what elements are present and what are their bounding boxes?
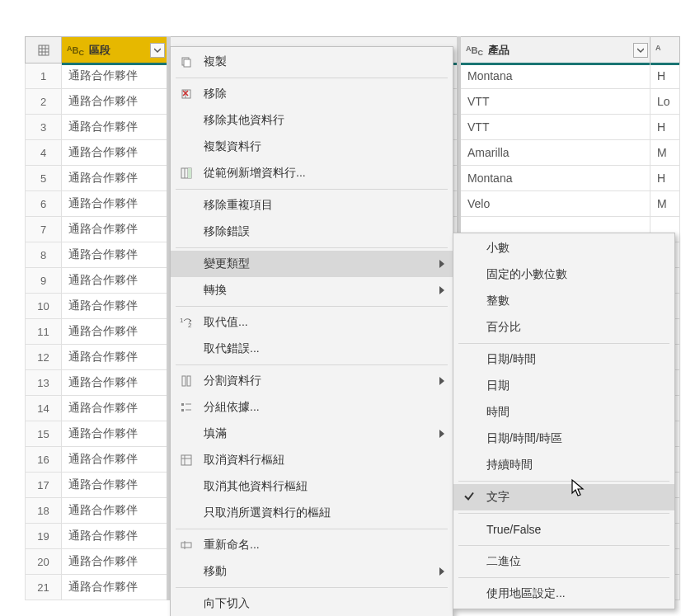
row-number[interactable]: 12 xyxy=(26,345,62,370)
menu-label: 小數 xyxy=(486,241,510,256)
cell-segment[interactable]: 通路合作夥伴 xyxy=(62,345,169,370)
row-number[interactable]: 18 xyxy=(26,498,62,524)
menu-unpivot[interactable]: 取消資料行樞紐 xyxy=(171,447,453,473)
column-header-product[interactable]: ABC 產品 xyxy=(459,37,650,63)
cell-segment[interactable]: 通路合作夥伴 xyxy=(62,524,169,549)
cell-segment[interactable]: 通路合作夥伴 xyxy=(62,294,169,319)
submenu-datetime-tz[interactable]: 日期/時間/時區 xyxy=(453,426,674,452)
column-header-next[interactable]: A xyxy=(650,37,680,63)
menu-unpivot-selected[interactable]: 只取消所選資料行的樞紐 xyxy=(171,500,453,526)
submenu-truefalse[interactable]: True/False xyxy=(453,516,674,543)
cell-segment[interactable]: 通路合作夥伴 xyxy=(62,498,169,524)
cell-segment[interactable]: 通路合作夥伴 xyxy=(62,447,169,473)
menu-replace-errors[interactable]: 取代錯誤... xyxy=(171,336,453,362)
cell-segment[interactable]: 通路合作夥伴 xyxy=(62,63,169,89)
menu-remove-errors[interactable]: 移除錯誤 xyxy=(171,219,453,245)
cell-segment[interactable]: 通路合作夥伴 xyxy=(62,166,169,191)
cell-segment[interactable]: 通路合作夥伴 xyxy=(62,89,169,115)
cell-segment[interactable]: 通路合作夥伴 xyxy=(62,217,169,242)
row-number[interactable]: 5 xyxy=(26,166,62,191)
corner-cell[interactable] xyxy=(26,37,62,63)
row-number[interactable]: 4 xyxy=(26,140,62,166)
cell-segment[interactable]: 通路合作夥伴 xyxy=(62,421,169,447)
cell-product[interactable]: Velo xyxy=(459,191,650,217)
menu-replace-values[interactable]: 12 取代值... xyxy=(171,309,453,336)
submenu-integer[interactable]: 整數 xyxy=(453,288,674,314)
cell-segment[interactable]: 通路合作夥伴 xyxy=(62,319,169,345)
menu-unpivot-other[interactable]: 取消其他資料行樞紐 xyxy=(171,473,453,500)
menu-fill[interactable]: 填滿 xyxy=(171,421,453,447)
menu-remove-duplicates[interactable]: 移除重複項目 xyxy=(171,192,453,219)
row-number[interactable]: 14 xyxy=(26,396,62,421)
cell-next[interactable]: H xyxy=(650,63,680,89)
submenu-datetime[interactable]: 日期/時間 xyxy=(453,346,674,373)
menu-transform[interactable]: 轉換 xyxy=(171,277,453,303)
cell-product[interactable]: Montana xyxy=(459,166,650,191)
submenu-time[interactable]: 時間 xyxy=(453,399,674,426)
submenu-percent[interactable]: 百分比 xyxy=(453,314,674,341)
row-number[interactable]: 13 xyxy=(26,370,62,396)
menu-move[interactable]: 移動 xyxy=(171,558,453,585)
row-number[interactable]: 6 xyxy=(26,191,62,217)
menu-duplicate-column[interactable]: 複製資料行 xyxy=(171,134,453,160)
cell-segment[interactable]: 通路合作夥伴 xyxy=(62,191,169,217)
row-number[interactable]: 17 xyxy=(26,473,62,498)
row-number[interactable]: 8 xyxy=(26,242,62,268)
cell-product[interactable]: Montana xyxy=(459,63,650,89)
svg-text:2: 2 xyxy=(188,322,192,328)
cell-next[interactable]: H xyxy=(650,115,680,140)
cell-product[interactable]: VTT xyxy=(459,115,650,140)
cell-segment[interactable]: 通路合作夥伴 xyxy=(62,242,169,268)
cell-next[interactable]: H xyxy=(650,166,680,191)
submenu-decimal[interactable]: 小數 xyxy=(453,235,674,261)
row-number[interactable]: 1 xyxy=(26,63,62,89)
submenu-date[interactable]: 日期 xyxy=(453,373,674,399)
row-number[interactable]: 3 xyxy=(26,115,62,140)
chevron-down-icon xyxy=(154,47,161,54)
menu-remove-other[interactable]: 移除其他資料行 xyxy=(171,107,453,134)
cell-next[interactable]: M xyxy=(650,191,680,217)
column-filter-button[interactable] xyxy=(633,43,648,58)
row-number[interactable]: 21 xyxy=(26,575,62,600)
cell-segment[interactable]: 通路合作夥伴 xyxy=(62,549,169,575)
menu-separator xyxy=(176,587,448,588)
menu-remove[interactable]: 移除 xyxy=(171,81,453,107)
row-number[interactable]: 11 xyxy=(26,319,62,345)
row-number[interactable]: 7 xyxy=(26,217,62,242)
row-number[interactable]: 20 xyxy=(26,549,62,575)
row-number[interactable]: 15 xyxy=(26,421,62,447)
cell-product[interactable]: Amarilla xyxy=(459,140,650,166)
row-number[interactable]: 19 xyxy=(26,524,62,549)
row-number[interactable]: 10 xyxy=(26,294,62,319)
cell-segment[interactable]: 通路合作夥伴 xyxy=(62,370,169,396)
column-filter-button[interactable] xyxy=(150,43,165,58)
menu-label: True/False xyxy=(486,523,541,536)
row-number[interactable]: 2 xyxy=(26,89,62,115)
cell-segment[interactable]: 通路合作夥伴 xyxy=(62,575,169,600)
submenu-fixed-decimal[interactable]: 固定的小數位數 xyxy=(453,261,674,288)
submenu-text[interactable]: 文字 xyxy=(453,484,674,510)
menu-change-type[interactable]: 變更類型 xyxy=(171,251,453,277)
cell-segment[interactable]: 通路合作夥伴 xyxy=(62,115,169,140)
cell-product[interactable]: VTT xyxy=(459,89,650,115)
submenu-duration[interactable]: 持續時間 xyxy=(453,452,674,478)
row-number[interactable]: 9 xyxy=(26,268,62,294)
cell-segment[interactable]: 通路合作夥伴 xyxy=(62,396,169,421)
cell-next[interactable]: Lo xyxy=(650,89,680,115)
cell-next[interactable]: M xyxy=(650,140,680,166)
submenu-binary[interactable]: 二進位 xyxy=(453,548,674,575)
cell-segment[interactable]: 通路合作夥伴 xyxy=(62,140,169,166)
text-type-icon: ABC xyxy=(67,45,84,55)
menu-add-from-example[interactable]: 從範例新增資料行... xyxy=(171,160,453,186)
cell-segment[interactable]: 通路合作夥伴 xyxy=(62,268,169,294)
menu-split-column[interactable]: 分割資料行 xyxy=(171,368,453,394)
menu-rename[interactable]: 重新命名... xyxy=(171,532,453,558)
cell-segment[interactable]: 通路合作夥伴 xyxy=(62,473,169,498)
menu-group-by[interactable]: 分組依據... xyxy=(171,394,453,421)
column-header-segment[interactable]: ABC 區段 xyxy=(62,37,169,63)
example-column-icon xyxy=(179,166,194,181)
menu-copy[interactable]: 複製 xyxy=(171,49,453,75)
menu-drill-down[interactable]: 向下切入 xyxy=(171,590,453,616)
submenu-locale[interactable]: 使用地區設定... xyxy=(453,581,674,607)
row-number[interactable]: 16 xyxy=(26,447,62,473)
